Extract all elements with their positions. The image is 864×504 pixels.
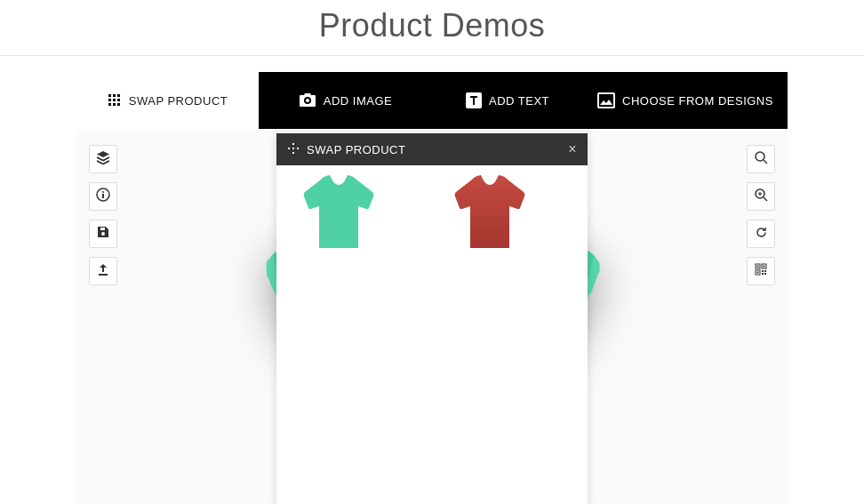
tab-label: ADD IMAGE [324, 94, 392, 108]
svg-rect-4 [113, 99, 116, 101]
svg-point-13 [102, 191, 104, 193]
svg-line-20 [764, 197, 767, 201]
close-button[interactable]: × [568, 141, 577, 157]
tab-label: SWAP PRODUCT [129, 94, 228, 108]
image-icon [597, 92, 615, 108]
reset-button[interactable] [747, 220, 775, 248]
svg-rect-31 [292, 143, 294, 145]
tab-add-text[interactable]: ADD TEXT [432, 72, 583, 129]
svg-rect-3 [108, 99, 111, 101]
info-button[interactable] [89, 182, 117, 211]
svg-rect-1 [113, 94, 116, 97]
layers-icon [96, 150, 110, 168]
qr-icon [755, 263, 767, 279]
svg-rect-8 [117, 103, 120, 106]
svg-rect-30 [764, 273, 766, 275]
swap-panel-title: SWAP PRODUCT [307, 143, 405, 156]
svg-rect-14 [102, 194, 104, 198]
svg-rect-24 [764, 266, 765, 268]
tab-label: CHOOSE FROM DESIGNS [622, 94, 773, 108]
magnifier-plus-icon [755, 188, 768, 205]
svg-rect-2 [117, 94, 120, 97]
right-toolbar [747, 145, 775, 285]
info-icon [96, 188, 110, 205]
svg-rect-35 [292, 152, 294, 154]
svg-rect-0 [108, 94, 111, 97]
canvas-area: SWAP PRODUCT × [76, 129, 788, 504]
svg-rect-10 [598, 93, 614, 108]
swap-option-red[interactable] [445, 172, 534, 256]
upload-button[interactable] [89, 257, 117, 285]
swap-icon [287, 142, 300, 157]
svg-rect-7 [113, 103, 116, 106]
qr-button[interactable] [747, 257, 775, 285]
magnifier-icon [755, 151, 768, 168]
upload-icon [97, 263, 109, 279]
svg-rect-27 [762, 270, 764, 272]
svg-rect-5 [117, 99, 120, 101]
swap-panel-body [276, 165, 588, 263]
tab-bar: SWAP PRODUCT ADD IMAGE ADD TEXT CHOOSE F… [76, 72, 788, 129]
svg-rect-29 [762, 273, 764, 275]
svg-rect-28 [764, 270, 766, 272]
grid-icon [108, 93, 122, 108]
svg-rect-32 [288, 148, 290, 149]
save-icon [97, 226, 109, 242]
left-toolbar [89, 145, 117, 285]
svg-rect-34 [297, 148, 299, 149]
refresh-icon [755, 226, 768, 243]
zoom-in-button[interactable] [747, 182, 775, 211]
svg-rect-33 [292, 148, 294, 149]
designer-container: SWAP PRODUCT ADD IMAGE ADD TEXT CHOOSE F… [76, 72, 788, 504]
zoom-out-button[interactable] [747, 145, 775, 173]
page-header: Product Demos [0, 0, 864, 56]
text-icon [466, 92, 482, 108]
page-title: Product Demos [0, 7, 864, 44]
tab-swap-product[interactable]: SWAP PRODUCT [76, 72, 259, 129]
tab-choose-designs[interactable]: CHOOSE FROM DESIGNS [583, 72, 788, 129]
swap-option-teal[interactable] [294, 172, 383, 256]
svg-rect-22 [757, 266, 759, 268]
svg-rect-26 [757, 272, 759, 274]
tab-add-image[interactable]: ADD IMAGE [259, 72, 432, 129]
save-button[interactable] [89, 220, 117, 248]
swap-panel-header: SWAP PRODUCT × [276, 133, 588, 165]
svg-line-16 [764, 160, 767, 164]
layers-button[interactable] [89, 145, 117, 173]
svg-rect-6 [108, 103, 111, 106]
swap-product-panel: SWAP PRODUCT × [276, 133, 588, 504]
svg-point-15 [756, 152, 764, 161]
tab-label: ADD TEXT [489, 94, 549, 108]
camera-icon [299, 92, 316, 108]
